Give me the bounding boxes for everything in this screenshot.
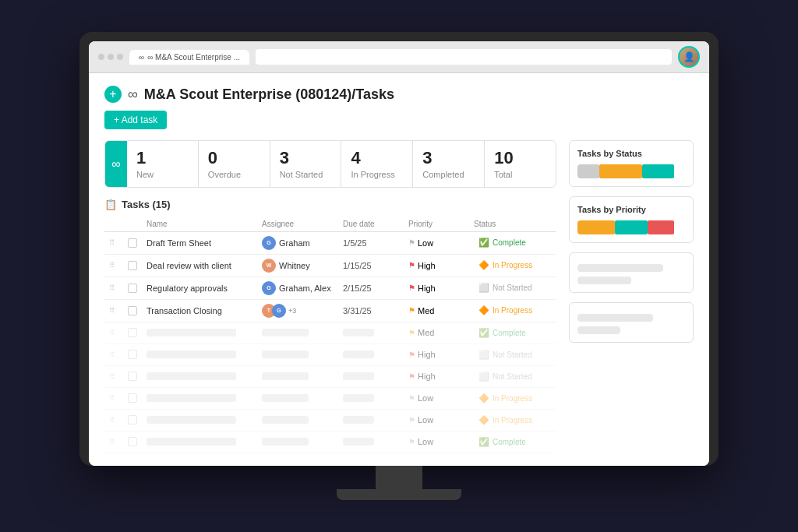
priority-flag-icon: ⚑ [408,284,415,292]
task-checkbox[interactable] [128,261,137,270]
table-row[interactable]: ⠿Regulatory approvals G Graham, Alex2/15… [104,277,556,300]
task-name: Regulatory approvals [147,284,259,293]
monitor-wrapper: ∞ ∞ M&A Scout Enterprise ... 👤 + ∞ M&A S… [79,32,719,499]
table-row[interactable]: ⠿⚑Med✅Complete [104,322,556,344]
col-priority: Priority [408,220,471,228]
priority-flag-icon: ⚑ [408,261,415,270]
avatar: W [262,259,276,273]
status-badge: ✅Complete [474,435,531,449]
drag-handle-icon[interactable]: ⠿ [109,394,125,403]
priority-cell: ⚑High [408,284,471,293]
address-bar[interactable] [256,49,672,65]
left-panel: ∞ 1New0Overdue3Not Started4In Progress3C… [104,140,556,453]
priority-bar-segment [648,220,675,234]
drag-handle-icon[interactable]: ⠿ [109,306,125,315]
col-due: Due date [343,220,405,228]
status-icon: ✅ [478,328,489,338]
priority-flag-icon: ⚑ [408,438,415,446]
assignee-name: Graham, Alex [279,284,331,293]
stat-item-new: 1New [127,141,199,186]
priority-cell: ⚑Med [408,306,471,315]
table-row[interactable]: ⠿Transaction Closing T G +3 3/31/25⚑Med🔶… [104,300,556,322]
table-row[interactable]: ⠿Deal review with client W Whitney1/15/2… [104,255,556,277]
task-name: Transaction Closing [147,306,259,315]
tab-label: ∞ M&A Scout Enterprise ... [147,53,240,62]
avatar-initials: 👤 [683,51,695,62]
status-badge: ⬜Not Started [474,281,537,294]
status-chart-title: Tasks by Status [577,149,685,158]
status-icon: ⬜ [478,350,489,360]
stat-number: 0 [208,149,260,167]
status-text: Complete [493,438,526,446]
task-name [147,329,259,336]
table-row[interactable]: ⠿⚑Low🔶In Progress [104,388,556,410]
task-checkbox[interactable] [128,306,137,315]
status-icon: 🔶 [478,415,489,425]
priority-flag-icon: ⚑ [408,329,415,337]
task-checkbox[interactable] [128,328,137,337]
assignee-cell [262,351,340,358]
user-avatar-top[interactable]: 👤 [678,46,700,68]
tasks-icon: 📋 [104,199,117,210]
monitor-outer: ∞ ∞ M&A Scout Enterprise ... 👤 + ∞ M&A S… [79,32,719,465]
assignee-cell [262,394,340,402]
browser-tab[interactable]: ∞ ∞ M&A Scout Enterprise ... [129,50,249,65]
col-status: Status [474,220,552,228]
due-date: 1/15/25 [343,261,405,270]
status-badge: 🔶In Progress [474,392,537,405]
priority-cell: ⚑Low [408,393,471,403]
task-checkbox[interactable] [128,238,137,248]
table-row[interactable]: ⠿⚑Low🔶In Progress [104,410,556,432]
table-row[interactable]: ⠿⚑High⬜Not Started [104,344,556,366]
task-checkbox[interactable] [128,284,137,293]
drag-handle-icon[interactable]: ⠿ [109,261,125,270]
stat-item-not-started: 3Not Started [270,141,342,186]
status-bar-chart [577,164,685,178]
priority-label: Low [418,415,433,425]
status-text: Not Started [493,284,532,292]
task-checkbox[interactable] [128,393,137,403]
task-checkbox[interactable] [128,372,137,381]
table-row[interactable]: ⠿Draft Term Sheet G Graham1/5/25⚑Low✅Com… [104,232,556,255]
priority-cell: ⚑Low [408,437,471,446]
drag-handle-icon[interactable]: ⠿ [109,438,125,446]
drag-handle-icon[interactable]: ⠿ [109,238,125,247]
add-task-button[interactable]: + Add task [104,111,167,129]
priority-flag-icon: ⚑ [408,372,415,381]
priority-bar-segment [577,220,615,234]
assignee-cell [262,438,340,446]
priority-bar-chart [577,220,685,234]
status-text: In Progress [493,416,532,425]
stand-neck [376,466,422,489]
status-badge: ⬜Not Started [474,370,537,383]
drag-handle-icon[interactable]: ⠿ [109,329,125,337]
status-icon: ⬜ [478,283,489,293]
placeholder-1 [577,264,663,272]
drag-handle-icon[interactable]: ⠿ [109,372,125,381]
table-row[interactable]: ⠿⚑High⬜Not Started [104,366,556,388]
avatar-2: G [272,304,286,318]
status-cell: ⬜Not Started [474,281,552,294]
status-badge: 🔶In Progress [474,414,537,427]
task-checkbox[interactable] [128,415,137,425]
priority-label: High [418,284,436,293]
drag-handle-icon[interactable]: ⠿ [109,284,125,292]
task-name [147,351,259,358]
task-checkbox[interactable] [128,437,137,446]
stand-base [337,489,461,500]
status-icon: 🔶 [478,393,489,403]
assignee-cell: G Graham [262,236,340,250]
stat-item-total: 10Total [485,141,556,186]
monitor-screen: ∞ ∞ M&A Scout Enterprise ... 👤 + ∞ M&A S… [89,41,709,465]
tasks-section: 📋 Tasks (15) Name Assignee Due date Prio… [104,199,556,453]
add-btn-circle[interactable]: + [104,86,122,103]
assignee-cell [262,416,340,424]
stat-number: 3 [280,149,332,167]
table-row[interactable]: ⠿⚑Low✅Complete [104,432,556,453]
assignee-cell [262,329,340,336]
task-name [147,372,259,380]
drag-handle-icon[interactable]: ⠿ [109,351,125,359]
task-checkbox[interactable] [128,350,137,359]
priority-label: Med [418,306,434,315]
drag-handle-icon[interactable]: ⠿ [109,416,125,425]
